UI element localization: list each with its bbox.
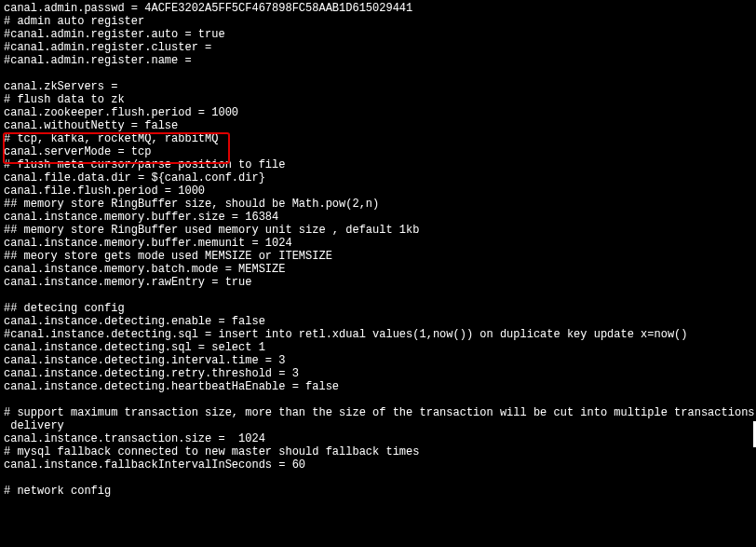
- config-line: # flush data to zk: [4, 93, 752, 106]
- config-line: #canal.instance.detecting.sql = insert i…: [4, 328, 752, 341]
- config-line: canal.instance.memory.batch.mode = MEMSI…: [4, 263, 752, 276]
- config-line: canal.admin.passwd = 4ACFE3202A5FF5CF467…: [4, 2, 752, 15]
- annotation-arrow: [0, 498, 756, 547]
- config-line: canal.zkServers =: [4, 80, 752, 93]
- config-line: # flush meta cursor/parse position to fi…: [4, 158, 752, 171]
- config-line: ## detecing config: [4, 302, 752, 315]
- config-line: delivery: [4, 419, 752, 432]
- config-line: # mysql fallback connected to new master…: [4, 445, 752, 458]
- config-line: canal.instance.memory.buffer.size = 1638…: [4, 211, 752, 224]
- config-line: canal.instance.detecting.interval.time =…: [4, 354, 752, 367]
- config-line: #canal.admin.register.cluster =: [4, 41, 752, 54]
- config-line: canal.instance.detecting.sql = select 1: [4, 341, 752, 354]
- config-line: canal.instance.detecting.heartbeatHaEnab…: [4, 380, 752, 393]
- terminal-output: canal.admin.passwd = 4ACFE3202A5FF5CF467…: [0, 0, 756, 498]
- config-line: # network config: [4, 485, 752, 498]
- config-line: canal.instance.memory.rawEntry = true: [4, 276, 752, 289]
- config-line: canal.file.flush.period = 1000: [4, 185, 752, 198]
- config-line: canal.file.data.dir = ${canal.conf.dir}: [4, 171, 752, 185]
- config-line: [4, 67, 752, 80]
- config-line: #canal.admin.register.auto = true: [4, 28, 752, 41]
- config-line: canal.serverMode = tcp: [4, 145, 752, 158]
- config-line: # tcp, kafka, rocketMQ, rabbitMQ: [4, 132, 752, 145]
- config-line: ## meory store gets mode used MEMSIZE or…: [4, 250, 752, 263]
- config-line: canal.instance.detecting.enable = false: [4, 315, 752, 328]
- config-line: # support maximum transaction size, more…: [4, 406, 752, 419]
- config-line: canal.instance.memory.buffer.memunit = 1…: [4, 237, 752, 250]
- config-line: [4, 289, 752, 302]
- config-line: [4, 393, 752, 406]
- config-line: ## memory store RingBuffer used memory u…: [4, 224, 752, 237]
- config-line: #canal.admin.register.name =: [4, 54, 752, 67]
- config-line: canal.withoutNetty = false: [4, 119, 752, 132]
- config-line: canal.instance.fallbackIntervalInSeconds…: [4, 458, 752, 472]
- config-line: ## memory store RingBuffer size, should …: [4, 198, 752, 211]
- config-line: # admin auto register: [4, 15, 752, 28]
- config-line: canal.instance.detecting.retry.threshold…: [4, 367, 752, 380]
- config-line: canal.instance.transaction.size = 1024: [4, 432, 752, 445]
- config-line: canal.zookeeper.flush.period = 1000: [4, 106, 752, 119]
- config-line: [4, 472, 752, 485]
